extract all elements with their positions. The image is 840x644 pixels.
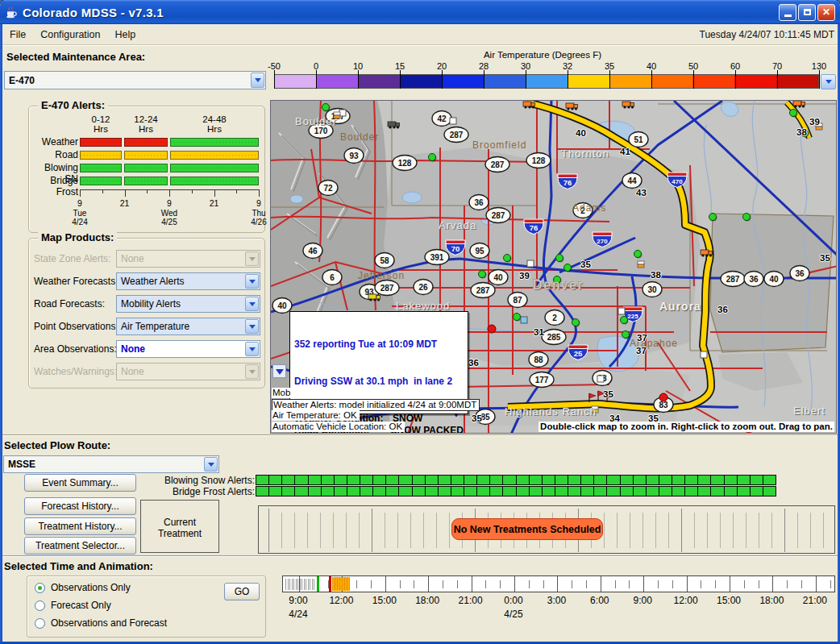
route-shield: 287: [486, 208, 510, 223]
timeline-current-time-marker[interactable]: [317, 576, 319, 592]
alert-bar-segment: [593, 475, 607, 485]
timeline-dense-tick: [312, 579, 313, 590]
alert-bar-segment: [659, 475, 672, 485]
timeline-minor-tick: [830, 580, 831, 588]
alert-cell-yellow: [80, 151, 122, 160]
alerts-axis-tick: [169, 189, 170, 197]
map-product-label: Weather Forecasts:: [34, 272, 118, 290]
svg-text:40: 40: [769, 275, 779, 284]
alert-cell-green: [80, 164, 122, 172]
alert-bar-segment: [555, 475, 568, 485]
plow-route-combo[interactable]: MSSE: [3, 455, 219, 473]
radio-dot-icon[interactable]: [35, 583, 45, 593]
route-shield: 2: [545, 310, 564, 326]
route-shield: 128: [393, 156, 417, 171]
treatment-timeline-tick: [359, 513, 360, 548]
map-observation-value: 43: [636, 188, 647, 197]
map-product-combo-4[interactable]: Air Temperature: [116, 318, 260, 335]
alert-bar-segment: [347, 475, 360, 485]
map-observation-value: 31: [534, 327, 544, 337]
animation-timeline[interactable]: [282, 575, 835, 592]
timeline-date-label: 4/25: [504, 609, 522, 620]
radio-observations-and-forecast[interactable]: Observations and Forecast: [35, 617, 167, 629]
timeline-dense-tick: [296, 579, 297, 590]
treatment-timeline-tick: [372, 509, 372, 552]
combo-arrow-icon[interactable]: [245, 274, 259, 289]
radio-dot-icon[interactable]: [35, 618, 45, 629]
alerts-col-header: 0-12 Hrs: [77, 114, 125, 134]
route-shield: 40: [764, 272, 784, 287]
map-product-combo-2[interactable]: Weather Alerts: [116, 272, 260, 290]
timeline-selected-time-marker[interactable]: [329, 576, 331, 592]
alerts-axis-label: 21: [114, 198, 135, 208]
plow-route-combo-arrow-icon[interactable]: [204, 457, 218, 472]
route-shield: 177: [530, 372, 554, 388]
map-observation-value: 39: [519, 271, 530, 280]
menu-help[interactable]: Help: [108, 26, 143, 44]
status-weather-alerts: Weather Alerts: model initialized 4/24 a…: [272, 399, 480, 411]
scale-segment: [275, 75, 317, 88]
scale-tick: [735, 70, 736, 89]
treatment-selector-button[interactable]: Treatment Selector...: [24, 537, 136, 555]
window-border-left: [0, 24, 2, 644]
alerts-panel: E-470 Alerts: 0-12 Hrs12-24 Hrs24-48 Hrs…: [28, 106, 265, 233]
map-observation-value: 40: [576, 128, 586, 138]
scale-segment: [692, 75, 734, 88]
svg-text:128: 128: [532, 156, 546, 165]
maintenance-area-combo[interactable]: E-470: [4, 71, 266, 89]
tooltip-header-1: 352 reporting Tue at 10:09 MDT: [294, 339, 464, 351]
route-shield: 391: [425, 250, 449, 265]
combo-arrow-icon[interactable]: [245, 297, 259, 311]
map-observation-value: 35: [603, 389, 613, 399]
collapse-panel-button[interactable]: [272, 364, 286, 378]
alert-bar-segment: [710, 475, 724, 485]
maintenance-area-combo-arrow-icon[interactable]: [251, 73, 264, 88]
alert-bar-segment: [385, 475, 399, 485]
alert-bar-segment: [606, 475, 620, 485]
route-shield: 287: [485, 157, 509, 172]
timeline-minor-tick: [629, 580, 630, 588]
alert-bar-segment: [697, 486, 711, 497]
alert-bar-segment: [334, 475, 347, 485]
svg-text:128: 128: [398, 159, 412, 168]
forecast-history-button[interactable]: Forecast History...: [24, 497, 136, 515]
alert-bar-segment: [684, 486, 698, 497]
radio-forecast-only[interactable]: Forecast Only: [35, 600, 111, 611]
radio-dot-icon[interactable]: [35, 600, 45, 611]
combo-arrow-icon[interactable]: [245, 342, 259, 356]
combo-arrow-icon[interactable]: [245, 319, 259, 334]
green-status-marker: [514, 314, 522, 322]
map-product-combo-3[interactable]: Mobility Alerts: [116, 295, 260, 313]
map-product-combo-6: None: [116, 363, 260, 380]
minimize-button[interactable]: [779, 4, 796, 21]
route-shield: 287: [721, 272, 745, 287]
scale-combo-arrow-icon[interactable]: [821, 74, 836, 89]
map-product-label: Area Observations:: [34, 340, 117, 358]
map-product-label: Watches/Warnings:: [34, 363, 117, 380]
alert-bar-segment: [464, 475, 477, 485]
treatment-timeline-tick: [759, 513, 759, 548]
alert-bar-segment: [321, 475, 335, 485]
svg-text:76: 76: [530, 223, 539, 232]
station-marker: [618, 308, 625, 314]
map-viewport[interactable]: 1571704228793128128287723628746586932872…: [270, 100, 837, 434]
menu-configuration[interactable]: Configuration: [33, 26, 107, 44]
radio-observations-and-forecast-label: Observations and Forecast: [51, 617, 167, 629]
scale-tick: [693, 70, 694, 89]
treatment-timeline-tick: [655, 513, 656, 548]
treatment-timeline-tick: [642, 513, 643, 548]
timeline-date-label: 4/24: [289, 609, 307, 620]
radio-observations-only[interactable]: Observations Only: [35, 582, 131, 593]
menu-file[interactable]: File: [2, 26, 33, 44]
treatment-history-button[interactable]: Treatment History...: [24, 517, 136, 535]
status-avl: Automatic Vehicle Location: OK: [272, 422, 405, 432]
timeline-minor-tick: [443, 580, 443, 588]
timeline-dense-tick: [289, 579, 290, 590]
close-button[interactable]: ✕: [817, 4, 835, 21]
title-bar[interactable]: Colorado MDSS - v7.3.1 ✕: [0, 0, 840, 24]
event-summary-button[interactable]: Event Summary...: [24, 474, 136, 492]
maximize-icon: [804, 9, 811, 15]
maximize-button[interactable]: [798, 4, 816, 21]
map-product-combo-5[interactable]: None: [116, 340, 260, 358]
go-button[interactable]: GO: [224, 583, 260, 600]
